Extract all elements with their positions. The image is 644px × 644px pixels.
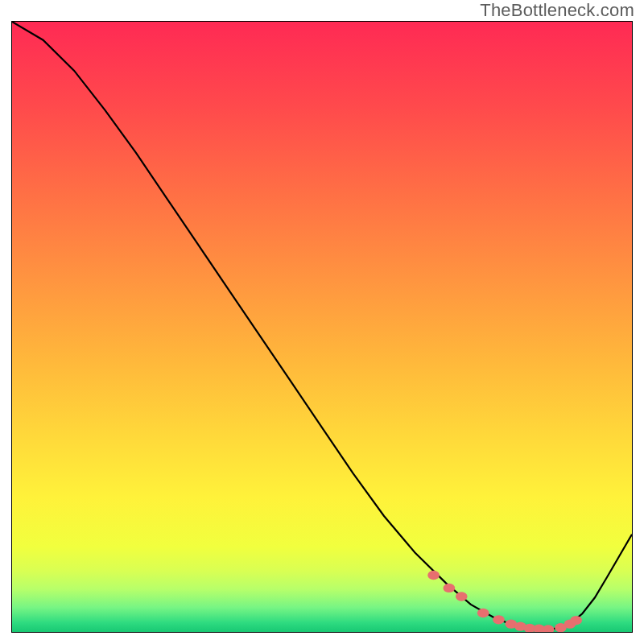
marker-dot (543, 625, 555, 632)
chart-container: TheBottleneck.com (0, 0, 644, 644)
plot-area (11, 21, 633, 633)
marker-dot (456, 592, 468, 601)
marker-dot (493, 615, 505, 624)
marker-dot (427, 571, 440, 580)
marker-dot (570, 616, 582, 625)
marker-dot (477, 609, 489, 617)
marker-dot (444, 584, 456, 592)
marker-group (12, 22, 632, 632)
watermark-text: TheBottleneck.com (480, 0, 634, 21)
